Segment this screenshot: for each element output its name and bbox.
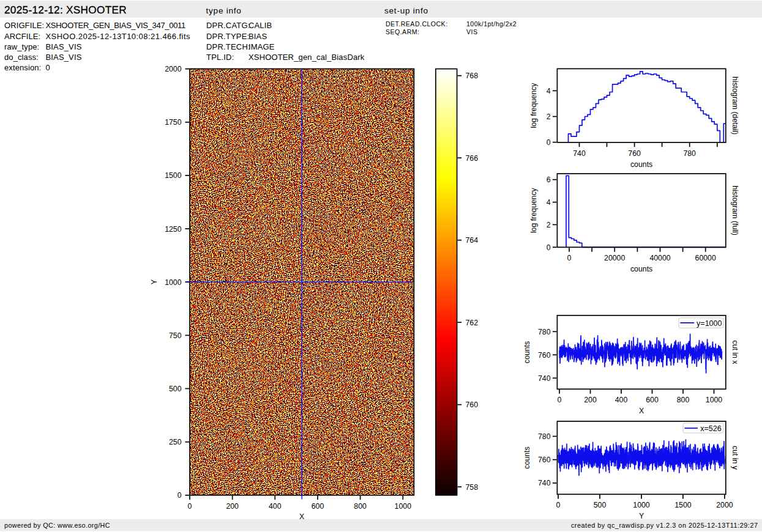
svg-text:raw_type:: raw_type: (4, 42, 39, 51)
svg-text:1250: 1250 (165, 225, 182, 234)
svg-text:200: 200 (584, 396, 597, 404)
svg-text:500: 500 (169, 385, 182, 393)
svg-text:DPR.CATG:: DPR.CATG: (206, 21, 250, 30)
svg-text:0: 0 (188, 502, 192, 511)
svg-text:1000: 1000 (395, 502, 412, 511)
svg-text:60000: 60000 (695, 254, 716, 262)
svg-text:1000: 1000 (165, 278, 182, 287)
svg-text:6: 6 (547, 175, 551, 184)
svg-text:0: 0 (556, 501, 561, 509)
svg-text:4: 4 (547, 87, 551, 95)
svg-text:cut in x: cut in x (731, 341, 739, 365)
svg-text:DET.READ.CLOCK:: DET.READ.CLOCK: (386, 20, 448, 28)
svg-text:counts: counts (523, 446, 531, 468)
svg-text:760: 760 (466, 401, 479, 409)
svg-text:1000: 1000 (633, 501, 650, 509)
svg-text:0: 0 (547, 138, 551, 147)
svg-text:250: 250 (169, 438, 182, 446)
svg-text:600: 600 (646, 396, 659, 404)
svg-text:Y: Y (639, 512, 644, 520)
svg-text:BIAS: BIAS (248, 32, 267, 41)
svg-text:histogram (full): histogram (full) (731, 186, 739, 235)
svg-text:758: 758 (466, 483, 479, 492)
svg-text:type info: type info (206, 6, 242, 15)
svg-text:0: 0 (177, 491, 182, 500)
svg-text:1500: 1500 (674, 501, 692, 509)
svg-text:X: X (639, 407, 644, 415)
svg-text:do_class:: do_class: (4, 53, 39, 62)
svg-text:XSHOOTER_gen_cal_BiasDark: XSHOOTER_gen_cal_BiasDark (248, 53, 365, 62)
svg-text:2025-12-12: XSHOOTER: 2025-12-12: XSHOOTER (4, 4, 127, 16)
svg-text:1500: 1500 (165, 171, 182, 180)
svg-text:600: 600 (312, 502, 324, 511)
svg-text:800: 800 (677, 396, 690, 404)
svg-text:cut in y: cut in y (731, 446, 739, 470)
svg-text:780: 780 (538, 432, 551, 441)
svg-text:log frequency: log frequency (529, 83, 538, 128)
svg-text:ORIGFILE:: ORIGFILE: (4, 21, 44, 30)
svg-text:760: 760 (538, 351, 551, 360)
svg-text:0: 0 (547, 243, 551, 252)
svg-text:400: 400 (615, 396, 628, 404)
svg-text:760: 760 (538, 456, 551, 464)
svg-text:VIS: VIS (466, 28, 477, 35)
svg-text:2000: 2000 (716, 501, 733, 509)
svg-text:SEQ.ARM:: SEQ.ARM: (386, 28, 419, 35)
svg-text:200: 200 (226, 502, 239, 511)
svg-text:764: 764 (466, 236, 479, 245)
svg-text:set-up info: set-up info (384, 6, 428, 15)
svg-text:counts: counts (630, 265, 652, 273)
svg-text:760: 760 (628, 149, 641, 158)
svg-text:780: 780 (683, 149, 696, 158)
svg-text:BIAS_VIS: BIAS_VIS (46, 53, 82, 62)
svg-text:extension:: extension: (4, 63, 41, 72)
svg-text:800: 800 (354, 502, 367, 511)
svg-text:4: 4 (547, 198, 551, 207)
svg-text:2: 2 (547, 221, 551, 229)
svg-text:1750: 1750 (165, 118, 182, 127)
svg-text:IMAGE: IMAGE (248, 42, 275, 51)
svg-text:500: 500 (594, 501, 607, 509)
svg-text:0: 0 (567, 254, 572, 262)
svg-text:740: 740 (538, 374, 551, 383)
svg-text:740: 740 (538, 479, 551, 487)
svg-text:20000: 20000 (604, 254, 625, 262)
svg-text:counts: counts (523, 341, 531, 363)
svg-text:40000: 40000 (649, 254, 670, 262)
svg-text:1000: 1000 (706, 396, 723, 404)
svg-text:counts: counts (630, 160, 652, 169)
svg-text:2000: 2000 (165, 65, 182, 73)
svg-text:780: 780 (538, 328, 551, 336)
svg-text:created by qc_rawdisp.py v1.2.: created by qc_rawdisp.py v1.2.3 on 2025-… (571, 522, 758, 529)
svg-text:log frequency: log frequency (529, 187, 538, 233)
svg-text:2: 2 (547, 113, 551, 121)
svg-text:TPL.ID:: TPL.ID: (206, 53, 234, 62)
svg-text:Y: Y (150, 279, 159, 284)
svg-text:DPR.TYPE:: DPR.TYPE: (206, 32, 249, 41)
svg-text:DPR.TECH:: DPR.TECH: (206, 42, 250, 51)
svg-text:740: 740 (573, 149, 586, 158)
svg-text:CALIB: CALIB (248, 21, 272, 30)
svg-text:x=526: x=526 (700, 424, 721, 433)
svg-text:750: 750 (169, 331, 182, 340)
svg-text:768: 768 (466, 72, 479, 80)
svg-text:BIAS_VIS: BIAS_VIS (46, 42, 82, 51)
svg-text:powered by QC: www.eso.org/HC: powered by QC: www.eso.org/HC (4, 522, 110, 529)
svg-text:XSHOO.2025-12-13T10:08:21.466.: XSHOO.2025-12-13T10:08:21.466.fits (46, 32, 190, 41)
svg-text:762: 762 (466, 319, 479, 327)
svg-text:100k/1pt/hg/2x2: 100k/1pt/hg/2x2 (466, 20, 517, 28)
svg-text:0: 0 (558, 396, 562, 404)
svg-text:histogram (detail): histogram (detail) (731, 76, 739, 135)
svg-text:XSHOOTER_GEN_BIAS_VIS_347_0011: XSHOOTER_GEN_BIAS_VIS_347_0011 (46, 21, 186, 30)
svg-text:ARCFILE:: ARCFILE: (4, 32, 40, 41)
svg-text:400: 400 (269, 502, 282, 511)
svg-text:0: 0 (46, 63, 50, 72)
svg-text:766: 766 (466, 154, 479, 163)
svg-text:y=1000: y=1000 (697, 319, 722, 328)
